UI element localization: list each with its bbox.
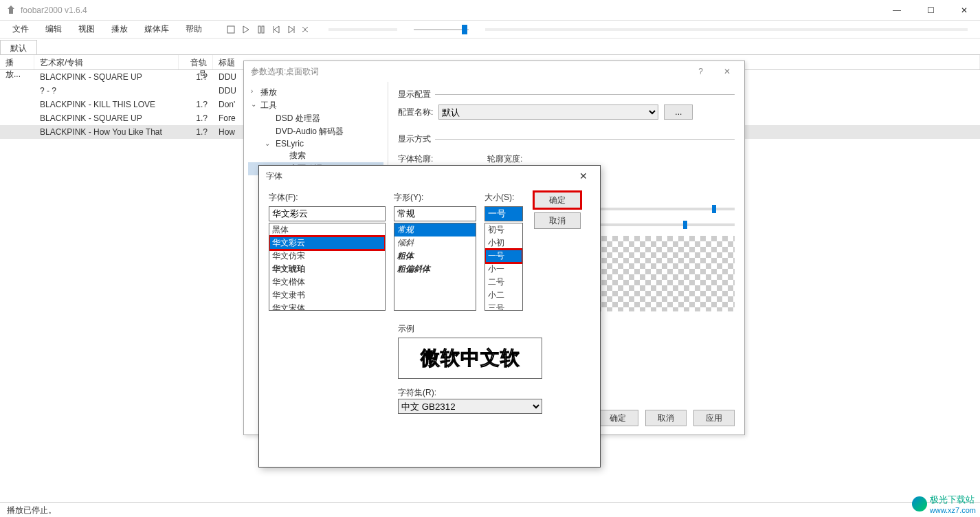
sample-box: 微软中文软 — [398, 338, 542, 379]
tab-default[interactable]: 默认 — [0, 40, 37, 54]
play-icon[interactable] — [241, 24, 252, 35]
menu-view[interactable]: 视图 — [71, 21, 102, 38]
font-input[interactable] — [269, 206, 386, 221]
config-name-label: 配置名称: — [398, 107, 433, 118]
font-item[interactable]: 华文仿宋 — [269, 250, 385, 263]
style-label: 字形(Y): — [394, 192, 476, 204]
col-track[interactable]: 音轨号 — [179, 55, 213, 69]
font-dialog-title: 字体 — [266, 170, 574, 182]
font-titlebar: 字体 ✕ — [259, 166, 600, 186]
svg-rect-0 — [227, 26, 234, 33]
random-icon[interactable] — [301, 24, 312, 35]
watermark-icon — [912, 496, 927, 512]
seek-slider-small[interactable] — [328, 28, 397, 31]
pref-close-button[interactable]: ✕ — [717, 64, 737, 79]
size-label: 大小(S): — [485, 192, 523, 204]
size-item[interactable]: 三号 — [485, 302, 522, 311]
app-icon — [5, 5, 16, 16]
col-artist[interactable]: 艺术家/专辑 — [34, 55, 179, 69]
watermark-url: www.xz7.com — [930, 506, 976, 514]
menu-library[interactable]: 媒体库 — [137, 21, 176, 38]
size-item[interactable]: 初号 — [485, 223, 522, 236]
playlist-tabs: 默认 — [0, 38, 980, 55]
font-item[interactable]: 黑体 — [269, 223, 385, 236]
font-item-selected[interactable]: 华文彩云 — [269, 236, 385, 250]
volume-slider[interactable] — [414, 26, 469, 33]
style-input[interactable] — [394, 206, 476, 221]
size-list[interactable]: 初号 小初 一号 小一 二号 小二 三号 — [485, 223, 523, 311]
pref-buttons: 确定 取消 应用 — [597, 410, 735, 426]
size-input[interactable] — [485, 206, 523, 221]
style-item-selected[interactable]: 常规 — [394, 223, 476, 236]
font-item[interactable]: 华文琥珀 — [269, 263, 385, 276]
tree-dsd[interactable]: DSD 处理器 — [248, 112, 383, 125]
outline-label: 字体轮廓: — [398, 153, 467, 165]
outline-width-label: 轮廓宽度: — [487, 153, 542, 165]
style-item[interactable]: 粗偏斜体 — [394, 263, 476, 276]
window-title: foobar2000 v1.6.4 — [21, 6, 886, 15]
size-item[interactable]: 小初 — [485, 236, 522, 250]
pref-title: 参数选项:桌面歌词 — [251, 66, 691, 78]
group-style: 显示方式 — [398, 133, 435, 145]
font-ok-button[interactable]: 确定 — [534, 192, 581, 208]
tree-dvd[interactable]: DVD-Audio 解码器 — [248, 125, 383, 138]
font-dialog: 字体 ✕ 字体(F): 黑体 华文彩云 华文仿宋 华文琥珀 华文楷体 华文隶书 … — [258, 165, 601, 468]
group-display: 显示配置 — [398, 89, 435, 100]
size-item[interactable]: 小二 — [485, 289, 522, 302]
style-item[interactable]: 粗体 — [394, 250, 476, 263]
menu-help[interactable]: 帮助 — [179, 21, 209, 38]
style-item[interactable]: 倾斜 — [394, 236, 476, 250]
seek-slider[interactable] — [485, 28, 968, 31]
status-bar: 播放已停止。 — [0, 502, 980, 517]
font-close-button[interactable]: ✕ — [574, 168, 593, 184]
size-item[interactable]: 二号 — [485, 276, 522, 289]
sample-text: 微软中文软 — [421, 345, 520, 371]
title-bar: foobar2000 v1.6.4 — ☐ ✕ — [0, 0, 980, 21]
font-item[interactable]: 华文隶书 — [269, 289, 385, 302]
sample-label: 示例 — [398, 323, 542, 335]
font-cancel-button[interactable]: 取消 — [534, 212, 581, 229]
tree-playback[interactable]: ›播放 — [248, 86, 383, 99]
style-list[interactable]: 常规 倾斜 粗体 粗偏斜体 — [394, 223, 476, 311]
stop-icon[interactable] — [225, 24, 236, 35]
svg-rect-1 — [258, 26, 260, 33]
menu-edit[interactable]: 编辑 — [38, 21, 69, 38]
size-item-selected[interactable]: 一号 — [485, 250, 522, 263]
pref-ok-button[interactable]: 确定 — [597, 410, 638, 426]
pref-cancel-button[interactable]: 取消 — [645, 410, 687, 426]
pause-icon[interactable] — [256, 24, 267, 35]
font-item[interactable]: 华文楷体 — [269, 276, 385, 289]
config-more-button[interactable]: ... — [664, 104, 693, 120]
pref-titlebar: 参数选项:桌面歌词 ? ✕ — [244, 61, 744, 82]
font-label: 字体(F): — [269, 192, 386, 204]
size-item[interactable]: 小一 — [485, 263, 522, 276]
watermark-brand: 极光下载站 — [930, 494, 976, 506]
watermark: 极光下载站 www.xz7.com — [912, 494, 976, 514]
svg-rect-2 — [262, 26, 264, 33]
minimize-button[interactable]: — — [886, 3, 908, 18]
menu-playback[interactable]: 播放 — [104, 21, 135, 38]
pref-apply-button[interactable]: 应用 — [693, 410, 735, 426]
maximize-button[interactable]: ☐ — [920, 3, 942, 18]
menu-bar: 文件 编辑 视图 播放 媒体库 帮助 — [0, 21, 980, 38]
col-playing[interactable]: 播放... — [0, 55, 34, 69]
pref-help-button[interactable]: ? — [691, 64, 710, 79]
font-item[interactable]: 华文宋体 — [269, 302, 385, 311]
menu-file[interactable]: 文件 — [5, 21, 36, 38]
playback-toolbar — [225, 24, 312, 35]
config-name-select[interactable]: 默认 — [438, 104, 658, 120]
close-button[interactable]: ✕ — [954, 3, 975, 18]
window-controls: — ☐ ✕ — [886, 3, 975, 18]
status-text: 播放已停止。 — [7, 505, 56, 515]
charset-select[interactable]: 中文 GB2312 — [398, 399, 542, 414]
tree-tools[interactable]: ⌄工具 — [248, 99, 383, 112]
font-list[interactable]: 黑体 华文彩云 华文仿宋 华文琥珀 华文楷体 华文隶书 华文宋体 — [269, 223, 386, 311]
tree-search[interactable]: 搜索 — [248, 149, 383, 162]
prev-icon[interactable] — [271, 24, 282, 35]
next-icon[interactable] — [286, 24, 297, 35]
charset-label: 字符集(R): — [398, 387, 542, 399]
tree-eslyric[interactable]: ⌄ESLyric — [248, 138, 383, 149]
